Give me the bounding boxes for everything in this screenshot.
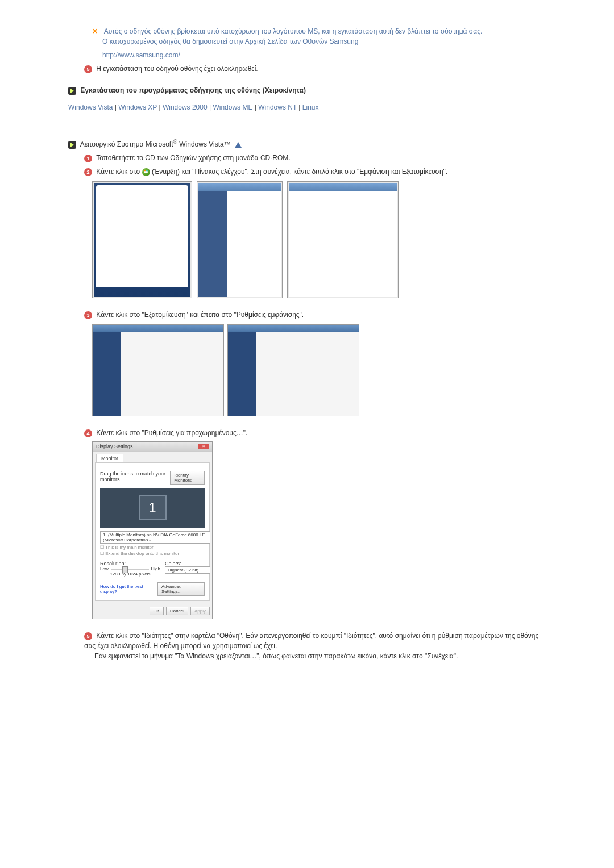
screenshot-start-menu	[92, 181, 192, 298]
colors-label: Colors:	[165, 561, 205, 566]
link-nt[interactable]: Windows NT	[258, 103, 297, 111]
monitor-preview-area[interactable]: 1	[100, 488, 205, 528]
screenshot-personalization-2	[227, 324, 359, 416]
step-2-icon: 2	[84, 168, 92, 176]
cancel-button[interactable]: Cancel	[166, 607, 188, 615]
step-4-text: Κάντε κλικ στο "Ρυθμίσεις για προχωρημέν…	[96, 429, 247, 437]
advanced-settings-button[interactable]: Advanced Settings...	[157, 582, 205, 596]
chk-extend: ☐ Extend the desktop onto this monitor	[100, 551, 205, 556]
slider-low: Low	[100, 566, 109, 571]
link-2000[interactable]: Windows 2000	[163, 103, 208, 111]
display-settings-dialog: Display Settings × Monitor Drag the icon…	[92, 441, 213, 619]
drag-text: Drag the icons to match your monitors.	[100, 471, 170, 485]
ok-button[interactable]: OK	[150, 607, 164, 615]
tab-monitor[interactable]: Monitor	[96, 454, 123, 462]
vista-os-text: Λειτουργικό Σύστημα Microsoft	[80, 140, 173, 148]
slider-high: High	[151, 566, 160, 571]
close-icon[interactable]: ×	[198, 444, 209, 449]
link-vista[interactable]: Windows Vista	[68, 103, 113, 111]
arrow-right-icon	[68, 87, 76, 95]
monitor-select[interactable]: 1. (Multiple Monitors) on NVIDIA GeForce…	[100, 531, 210, 544]
manual-install-header: Εγκατάσταση του προγράμματος οδήγησης τη…	[80, 86, 306, 94]
note-line1: Αυτός ο οδηγός οθόνης βρίσκεται υπό κατο…	[104, 27, 483, 35]
arrow-right-icon-2	[68, 141, 76, 149]
step-5b-icon: 5	[84, 632, 92, 640]
step-3-icon: 3	[84, 311, 92, 319]
step-2a-text: Κάντε κλικ στο	[96, 168, 142, 176]
step-4-icon: 4	[84, 429, 92, 437]
screenshot-row-2	[92, 324, 546, 416]
screenshot-personalization-1	[92, 324, 224, 416]
resolution-slider[interactable]	[111, 569, 149, 570]
step-5b-text: Κάντε κλικ στο "Ιδιότητες" στην καρτέλα …	[84, 632, 538, 650]
chk-main-monitor: ☐ This is my main monitor	[100, 545, 205, 550]
link-xp[interactable]: Windows XP	[118, 103, 157, 111]
ds-title: Display Settings	[96, 444, 133, 449]
help-link[interactable]: How do I get the best display?	[100, 584, 157, 594]
monitor-1-icon[interactable]: 1	[139, 495, 167, 520]
up-arrow-icon[interactable]	[235, 142, 242, 148]
resolution-value: 1280 by 1024 pixels	[100, 571, 160, 577]
identify-monitors-button[interactable]: Identify Monitors	[170, 471, 205, 485]
note-line2: Ο κατοχυρωμένος οδηγός θα δημοσιευτεί στ…	[102, 37, 358, 45]
resolution-label: Resolution:	[100, 561, 160, 566]
step-2b-text: (Έναρξη) και "Πίνακας ελέγχου". Στη συνέ…	[152, 168, 447, 176]
screenshot-row-1	[92, 181, 546, 298]
step-1-icon: 1	[84, 155, 92, 162]
step-3-text: Κάντε κλικ στο "Εξατομίκευση" και έπειτα…	[96, 311, 304, 319]
vista-suffix: Windows Vista™	[177, 140, 231, 148]
apply-button: Apply	[190, 607, 210, 615]
colors-select[interactable]: Highest (32 bit)	[165, 566, 210, 574]
step-5-icon: 5	[84, 65, 92, 73]
link-me[interactable]: Windows ME	[213, 103, 252, 111]
link-linux[interactable]: Linux	[302, 103, 319, 111]
step-5c-text: Εάν εμφανιστεί το μήνυμα "Τα Windows χρε…	[94, 652, 458, 660]
start-menu-icon	[142, 168, 150, 176]
step-1-text: Τοποθετήστε το CD των Οδηγιών χρήσης στη…	[96, 154, 290, 162]
step-5-text: Η εγκατάσταση του οδηγού οθόνης έχει ολο…	[96, 65, 258, 73]
screenshot-cp-sidebar	[197, 181, 283, 298]
x-icon: ✕	[92, 26, 102, 36]
samsung-url[interactable]: http://www.samsung.com/	[102, 51, 180, 59]
screenshot-cp-items	[287, 181, 399, 298]
